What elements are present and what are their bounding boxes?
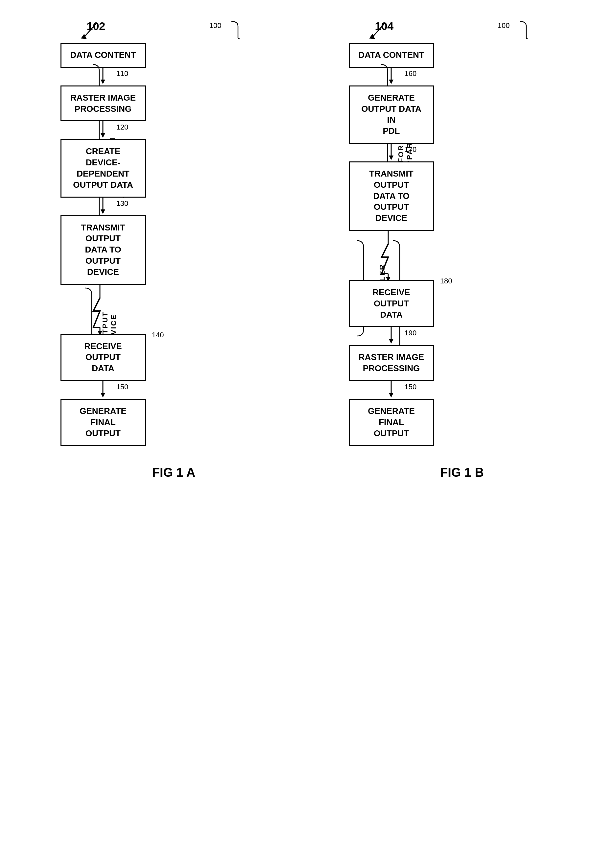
fig1b-ref-100-label: 100 (498, 21, 510, 30)
fig1b-node-transmit: TRANSMIT OUTPUTDATA TO OUTPUTDEVICE (349, 161, 434, 231)
fig1b-ref170: 170 (405, 145, 417, 154)
fig1b-node-final: GENERATE FINALOUTPUT (349, 399, 434, 446)
svg-line-0 (84, 23, 97, 38)
fig1a-title-area: 102 100 (60, 20, 287, 40)
fig1b-node-generate-pdl: GENERATEOUTPUT DATA INPDL (349, 85, 434, 144)
fig1b-box-receive: RECEIVE OUTPUTDATA (349, 280, 434, 327)
fig1a-brace-top (221, 20, 241, 40)
fig1a-box-receive: RECEIVE OUTPUTDATA (60, 334, 146, 381)
page-content: 102 100 DATA CONTENT 110 (0, 0, 616, 506)
fig1b-flowchart: DATA CONTENT 160 INFORMATIONAPPARATUS GE… (329, 43, 576, 446)
fig1b-brace-top (510, 20, 529, 40)
fig1b-title-arrow (365, 21, 398, 41)
fig1a-ref130: 130 (116, 199, 129, 208)
svg-marker-23 (389, 339, 393, 343)
fig1a-ref110: 110 (116, 69, 129, 78)
fig1a-wrapper: 102 100 DATA CONTENT 110 (41, 20, 287, 480)
fig1a-box-create-device: CREATE DEVICE-DEPENDENTOUTPUT DATA (60, 139, 146, 197)
fig1a-ref-100-label: 100 (210, 21, 221, 30)
fig1b-title-area: 104 100 (349, 20, 576, 40)
fig1a-ref140: 140 (152, 331, 164, 339)
fig1b-box-generate-pdl: GENERATEOUTPUT DATA INPDL (349, 85, 434, 144)
fig1b-arrow1-container: 160 INFORMATIONAPPARATUS (329, 68, 414, 85)
svg-marker-25 (389, 393, 393, 398)
fig1a-node-raster: RASTER IMAGEPROCESSING (60, 85, 146, 122)
fig1a-lightning-container: OUTPUT DEVICE (41, 285, 118, 334)
fig1a-arrow4-container: 150 (41, 381, 126, 399)
fig1b-arrow3-container: 190 (329, 327, 414, 345)
fig1b-lightning-container: PRINTERCONTROLLER OUTPUT DEVICE (329, 231, 406, 280)
fig1a-node-receive: 140 RECEIVE OUTPUTDATA (60, 334, 146, 381)
fig1b-label: FIG 1 B (349, 465, 576, 480)
svg-marker-12 (101, 393, 105, 398)
fig1b-arrow4-container: 150 (329, 381, 414, 399)
fig1b-box-raster: RASTER IMAGEPROCESSING (349, 345, 434, 381)
fig1b-ref150: 150 (405, 383, 417, 391)
fig1b-ref190: 190 (405, 329, 417, 337)
fig1a-ref120: 120 (116, 123, 129, 132)
fig1a-node-final: GENERATE FINALOUTPUT (60, 399, 146, 446)
svg-line-13 (372, 23, 385, 38)
svg-marker-7 (101, 210, 105, 214)
fig1a-arrow3-container: 130 (41, 198, 126, 216)
fig1b-box-transmit: TRANSMIT OUTPUTDATA TO OUTPUTDEVICE (349, 161, 434, 231)
fig1a-arrow1-container: 110 INFORMATIONAPPARATUS (41, 68, 126, 85)
fig1a-label: FIG 1 A (60, 465, 287, 480)
fig1a-box-transmit: TRANSMIT OUTPUTDATA TO OUTPUTDEVICE (60, 216, 146, 285)
fig1a-box-raster: RASTER IMAGEPROCESSING (60, 85, 146, 122)
fig1b-ref180: 180 (440, 277, 452, 285)
fig1b-box-final: GENERATE FINALOUTPUT (349, 399, 434, 446)
fig1b-wrapper: 104 100 DATA CONTENT 160 (329, 20, 576, 480)
fig1a-ref150: 150 (116, 383, 129, 391)
fig1b-node-raster: RASTER IMAGEPROCESSING (349, 345, 434, 381)
svg-marker-5 (101, 133, 105, 138)
fig1a-node-create-device: CREATE DEVICE-DEPENDENTOUTPUT DATA (60, 139, 146, 197)
svg-marker-18 (389, 155, 393, 160)
fig1a-node-transmit: TRANSMIT OUTPUTDATA TO OUTPUTDEVICE (60, 216, 146, 285)
fig1a-title-arrow (77, 21, 110, 41)
fig1b-ref160: 160 (405, 69, 417, 78)
fig1a-flowchart: DATA CONTENT 110 INFORMATIONAPPARATUS RA… (41, 43, 287, 446)
fig1a-arrow2-container: 120 (41, 121, 126, 139)
fig1b-node-receive: 180 RECEIVE OUTPUTDATA (349, 280, 434, 327)
fig1b-arrow2-container: 170 (329, 144, 414, 161)
fig1a-box-final: GENERATE FINALOUTPUT (60, 399, 146, 446)
